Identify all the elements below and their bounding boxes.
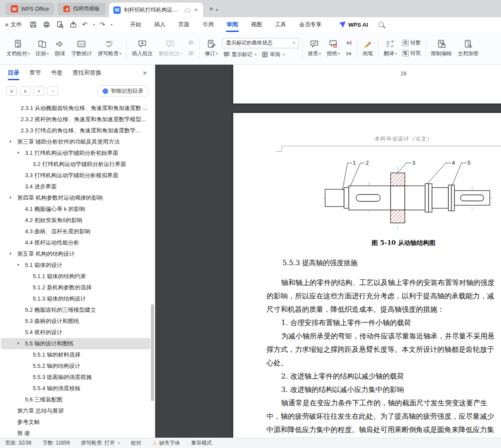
print-preview-icon[interactable]: [56, 20, 64, 29]
to-simplified-button[interactable]: 繁 转简: [401, 49, 422, 57]
tab-list-chevron-icon[interactable]: ▾: [216, 8, 218, 12]
toc-item[interactable]: ▾ 第六章 总结与展望: [1, 405, 150, 417]
collapse-all-button[interactable]: ∨: [6, 86, 17, 96]
toc-item[interactable]: ▾ 5.2 椭圆齿轮的三维模型建立: [1, 304, 150, 316]
menu-tab[interactable]: 视图: [244, 17, 269, 32]
missing-font-warning[interactable]: ⚠ 缺失字体: [153, 439, 180, 447]
text-line[interactable]: 1. 合理安排布置轴上零件一件小轴的载荷: [266, 316, 501, 329]
word-count-button[interactable]: 123 字数统计: [68, 38, 95, 59]
smart-toc-button[interactable]: 智能识别目录: [97, 85, 149, 97]
to-traditional-button[interactable]: 简 转繁: [401, 39, 422, 47]
toc-item[interactable]: ▾ 4.1 椭圆偏心率 k 的影响: [1, 204, 150, 215]
menu-tab[interactable]: 会员专享: [293, 17, 328, 32]
toc-item[interactable]: ▾ 4.2 初始安装角δ的影响: [1, 215, 150, 226]
toc-item[interactable]: ▾ 致 谢: [1, 428, 150, 438]
toc-item[interactable]: ▾ 5.1.3 箱体的结构设计: [1, 293, 150, 304]
document-canvas[interactable]: 28 本科毕业设计（论文）: [155, 65, 501, 438]
spellcheck-toggle[interactable]: 拼写检查: 打开 ▾: [81, 439, 120, 447]
word-count-indicator[interactable]: 字数: 11659: [43, 439, 70, 447]
text-line[interactable]: 尺寸和机器的质量，降低织造成本。提高轴强度的措施：: [266, 303, 501, 316]
toc-item[interactable]: ▾ 参考文献: [1, 417, 150, 428]
menu-tab[interactable]: 页面: [172, 17, 196, 32]
pen-button[interactable]: 画笔: [360, 38, 376, 59]
expand-all-button[interactable]: ∧: [20, 86, 31, 96]
menu-tab[interactable]: 工具: [269, 17, 293, 32]
markup-state-select[interactable]: 显示标记的最终状态 ▾: [222, 38, 299, 48]
text-line[interactable]: 轴和轴上的零件的结构、工艺以及轴上零件的安装布置等对轴的强度: [266, 276, 501, 289]
text-line[interactable]: 的影响，所以应在这些方面进行充分考虑，以利于提高轴的承载能力，减: [266, 289, 501, 303]
close-tab-icon[interactable]: ×: [194, 6, 199, 13]
undo-icon[interactable]: ↶: [82, 21, 88, 28]
menu-tab[interactable]: 开始: [124, 17, 148, 32]
chevron-down-icon[interactable]: ▾: [17, 341, 19, 345]
menu-tab[interactable]: 插入: [148, 17, 172, 32]
text-line[interactable]: 轴通常是在变应力条件下工作的，轴的截面尺寸发生突变这要产生: [266, 396, 501, 410]
toc-item[interactable]: ▾ 5.5 轴的设计和图纸: [1, 338, 150, 349]
compatibility-mode-indicator[interactable]: 兼容模式: [191, 439, 212, 447]
redo-icon[interactable]: ↷: [100, 21, 105, 28]
toc-item[interactable]: ▾ 5.4 摇杆的设计: [1, 327, 150, 338]
toc-item[interactable]: ▾ 3.1 打纬机构运动学辅助分析初始界面: [1, 147, 150, 159]
text-line[interactable]: 2. 改进轴上零件的结构以减少轴的载荷: [266, 370, 501, 383]
chevron-down-icon[interactable]: ▾: [17, 263, 19, 267]
save-icon[interactable]: [29, 20, 38, 29]
toc-item[interactable]: ▾ 5.5.3 提高轴的强度措施: [1, 372, 150, 383]
toc-item[interactable]: ▾ 2.3.3 打纬点的角位移、角速度和角加速度数学...: [1, 125, 150, 136]
insert-comment-button[interactable]: 插入批注: [129, 38, 156, 59]
close-panel-icon[interactable]: ×: [143, 69, 147, 77]
wps-ai-button[interactable]: WPS AI: [339, 22, 368, 28]
toc-item[interactable]: ▾ 第三章 辅助分析软件的功能及其使用方法: [1, 136, 150, 147]
read-aloud-button[interactable]: 朗读: [52, 38, 68, 59]
spell-check-button[interactable]: ABC 拼写检查▾: [95, 38, 124, 59]
toc-item[interactable]: ▾ 5.1.2 新机构参数的选择: [1, 282, 150, 293]
sidebar-panel-tab[interactable]: 章节: [29, 65, 41, 81]
toc-item[interactable]: ▾ 第四章 机构参数对运动规律的影响: [1, 192, 150, 204]
output-icon[interactable]: [69, 20, 78, 29]
toc-item[interactable]: ▾ 5.1.1 箱体的结构约束: [1, 271, 150, 282]
tab-wps-home[interactable]: W WPS Office: [5, 3, 54, 15]
sidebar-panel-tab[interactable]: 书签: [51, 65, 63, 81]
toc-item[interactable]: ▾ 第五章 机构的结构设计: [1, 248, 150, 260]
accept-button[interactable]: 接受▾: [305, 38, 324, 59]
track-changes-button[interactable]: 修订▾: [202, 38, 221, 59]
chevron-down-icon[interactable]: ▾: [9, 251, 12, 256]
page-current[interactable]: 本科毕业设计（论文）: [233, 113, 501, 438]
compare-button[interactable]: 比较▾: [33, 38, 52, 59]
previous-comment-button[interactable]: [186, 38, 196, 47]
toc-item[interactable]: ▾ 5.6 三维装配图: [1, 394, 150, 405]
next-comment-button[interactable]: [186, 49, 196, 58]
toc-item[interactable]: ▾ 3.3 打纬机构运动学辅助分析模拟界面: [1, 170, 150, 181]
show-markup-button[interactable]: 显示标记 ▾: [222, 50, 258, 59]
zoom-in-button[interactable]: +: [34, 86, 44, 96]
toc-item[interactable]: ▾ 5.1 箱体的设计: [1, 260, 150, 271]
toc-item[interactable]: ▾ 3.4 进步界面: [1, 181, 150, 192]
toc-item[interactable]: ▾ 2.3.2 摇杆的角位移、角速度和角加速度数学模型...: [1, 114, 150, 125]
page-indicator[interactable]: 页面: 32/38: [5, 439, 31, 447]
menu-tab[interactable]: 引用: [196, 17, 220, 32]
previous-change-button[interactable]: [344, 38, 354, 47]
toc-item[interactable]: ▾ 3.2 打纬机构运动学辅助分析运行界面: [1, 159, 150, 170]
toc-item[interactable]: ▾ 5.5.1 轴的材料选择: [1, 349, 150, 360]
translate-button[interactable]: 文A 翻译▾: [381, 38, 400, 59]
proofread-button[interactable]: 校对: [131, 439, 141, 447]
text-line[interactable]: 中源和降低应力集中的程度。轴肩处可用果断倒角或是圆角来降低应力集: [266, 423, 501, 436]
toc-item[interactable]: ▾ 5.5.2 轴的结构设计: [1, 360, 150, 372]
page-previous[interactable]: 28: [233, 65, 501, 103]
next-change-button[interactable]: [344, 49, 354, 58]
text-line[interactable]: 为减小轴所承受的弯矩，传动件应该尽量靠近轴承，并尽量不采用悬: [266, 329, 501, 343]
toc-item[interactable]: ▾ 4.3 曲柄、连杆长度的影响: [1, 226, 150, 237]
doc-proof-button[interactable]: 文档校对▾: [3, 38, 33, 59]
chevron-down-icon[interactable]: ▾: [9, 195, 12, 200]
search-icon[interactable]: [379, 22, 384, 27]
text-line[interactable]: 撑方式，力求缩短之撑跨距及悬臂长度等。本文所设计的轴都是齿轮放于: [266, 343, 501, 356]
restrict-editing-button[interactable]: 限制编辑: [428, 38, 455, 59]
print-icon[interactable]: [42, 20, 51, 29]
text-line[interactable]: 心处。: [266, 356, 501, 370]
section-heading[interactable]: 5.5.3 提高轴的强度措施: [282, 259, 357, 268]
quick-toolbar-chevron-icon[interactable]: ▾: [111, 23, 113, 27]
chevron-down-icon[interactable]: ▾: [9, 139, 12, 144]
toc-item[interactable]: ▾ 4.4 摇杆运动性能分析: [1, 237, 150, 248]
zoom-out-button[interactable]: −: [47, 86, 58, 96]
sidebar-scrollbar[interactable]: [151, 304, 154, 401]
text-line[interactable]: 3. 改进轴的结构以减小应力集中的影响: [266, 383, 501, 396]
